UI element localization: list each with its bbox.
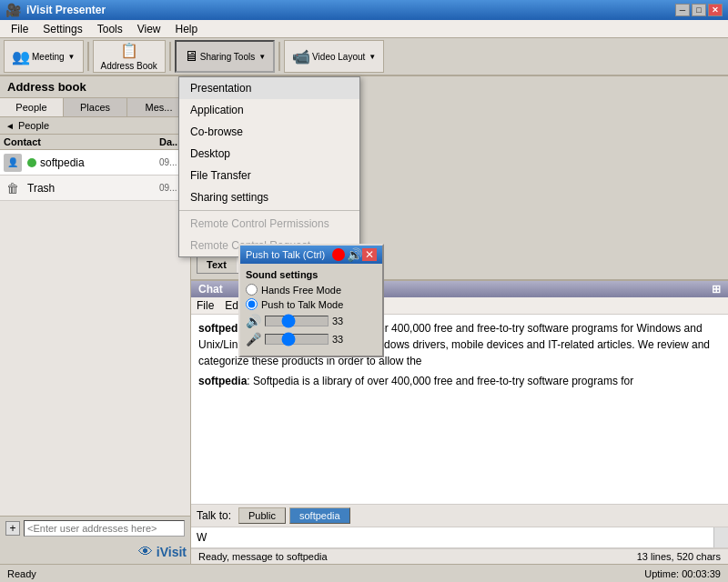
minimize-button[interactable]: ─ (675, 4, 690, 16)
contact-name-trash: Trash (27, 182, 159, 195)
mic-icon: 🎤 (246, 332, 261, 346)
chat-text-2: : Softpedia is a library of over 400,000… (247, 375, 633, 387)
menu-view[interactable]: View (130, 21, 168, 37)
left-spacer (0, 201, 190, 516)
ptt-popup: Push to Talk (Ctrl) 🔊 ✕ Sound settings H… (238, 244, 384, 357)
menu-item-remotecontrolperms: Remote Control Permissions (179, 213, 359, 235)
chat-status: Ready, message to softpedia 13 lines, 52… (191, 548, 728, 564)
chat-message-2: softpedia: Softpedia is a library of ove… (198, 373, 721, 389)
chat-status-left: Ready, message to softpedia (198, 551, 328, 562)
ptt-title: Push to Talk (Ctrl) (246, 249, 330, 260)
ptt-record-button[interactable] (332, 248, 345, 261)
meeting-dropdown-arrow: ▼ (68, 53, 76, 61)
speaker-value: 33 (332, 316, 343, 326)
talk-to-public[interactable]: Public (238, 507, 286, 524)
meeting-icon: 👥 (12, 48, 30, 65)
menu-item-cobrowse[interactable]: Co-browse (179, 121, 359, 143)
talk-to-softpedia[interactable]: softpedia (289, 507, 350, 524)
chat-title: Chat (198, 283, 223, 296)
ptt-radio-handsfree: Hands Free Mode (246, 284, 377, 296)
talk-to-row: Talk to: Public softpedia (191, 505, 728, 527)
ptt-radio-pushtotalk: Push to Talk Mode (246, 298, 377, 310)
contact-row-trash[interactable]: 🗑 Trash 09... (0, 176, 190, 201)
speaker-slider[interactable] (265, 316, 329, 326)
sharing-dropdown-arrow: ▼ (258, 53, 266, 61)
titlebar: 🎥 iVisit Presenter ─ □ ✕ (0, 0, 728, 20)
toolbar-separator-3 (278, 42, 280, 71)
mic-slider[interactable] (265, 334, 329, 345)
contact-status-online (27, 158, 36, 167)
ptt-content: Sound settings Hands Free Mode Push to T… (240, 264, 382, 356)
tab-row: People Places Mes... (0, 98, 190, 117)
eye-icon: 👁 (138, 544, 153, 560)
chat-status-right: 13 lines, 520 chars (637, 551, 721, 562)
contact-avatar-softpedia: 👤 (4, 154, 22, 172)
videolayout-icon: 📹 (292, 48, 310, 65)
contact-name-softpedia: softpedia (40, 156, 159, 169)
trash-icon: 🗑 (4, 179, 22, 197)
menu-item-application[interactable]: Application (179, 99, 359, 121)
chat-menu-file[interactable]: File (197, 299, 214, 312)
ptt-section-title: Sound settings (246, 269, 377, 280)
mic-slider-row: 🎤 33 (246, 332, 377, 346)
chat-scrollbar[interactable] (713, 527, 728, 547)
label-handsfree: Hands Free Mode (261, 285, 341, 296)
radio-handsfree[interactable] (246, 284, 258, 296)
chat-bottom: Talk to: Public softpedia Ready, message… (191, 504, 728, 564)
app-title: iVisit Presenter (26, 4, 675, 16)
videolayout-dropdown-arrow: ▼ (369, 53, 376, 61)
chat-input-row (191, 527, 728, 548)
ivisit-brand: 👁 iVisit (0, 540, 190, 564)
close-button[interactable]: ✕ (708, 4, 723, 16)
status-left: Ready (7, 568, 36, 579)
column-contact: Contact (4, 136, 159, 147)
toolbar-separator-1 (87, 42, 89, 71)
radio-pushtotalk[interactable] (246, 298, 258, 310)
maximize-button[interactable]: □ (692, 4, 706, 16)
ptt-speaker-icon[interactable]: 🔊 (347, 247, 362, 262)
menu-help[interactable]: Help (168, 21, 206, 37)
addressbook-button[interactable]: 📋 Address Book (93, 40, 166, 73)
menu-item-presentation[interactable]: Presentation (179, 77, 359, 99)
contact-table-header: Contact Da... (0, 135, 190, 150)
menu-item-desktop[interactable]: Desktop (179, 143, 359, 165)
breadcrumb-text: People (18, 120, 49, 131)
sharingtools-icon: 🖥 (184, 48, 198, 65)
left-panel: Address book People Places Mes... ◄ Peop… (0, 76, 191, 564)
ptt-titlebar: Push to Talk (Ctrl) 🔊 ✕ (240, 246, 382, 264)
add-user-button[interactable]: + (5, 521, 20, 536)
addressbook-icon: 📋 (120, 42, 138, 59)
status-right: Uptime: 00:03:39 (644, 568, 721, 579)
menu-item-filetransfer[interactable]: File Transfer (179, 165, 359, 186)
meeting-button[interactable]: 👥 Meeting ▼ (4, 40, 84, 73)
window-controls: ─ □ ✕ (675, 4, 723, 16)
mic-value: 33 (332, 334, 343, 345)
breadcrumb-arrow: ◄ (5, 121, 15, 131)
chat-expand-icon: ⊞ (712, 283, 721, 296)
menubar: File Settings Tools View Help (0, 20, 728, 38)
ptt-close-button[interactable]: ✕ (362, 248, 377, 261)
app-icon: 🎥 (5, 3, 21, 17)
chat-sender-2: softpedia (198, 375, 247, 387)
toolbar: 👥 Meeting ▼ 📋 Address Book 🖥 Sharing Too… (0, 38, 728, 76)
sharing-dropdown-menu: Presentation Application Co-browse Deskt… (178, 76, 360, 257)
tab-text[interactable]: Text (197, 256, 237, 273)
contact-row-softpedia[interactable]: 👤 softpedia 09... (0, 150, 190, 176)
menu-item-sharingsettings[interactable]: Sharing settings (179, 186, 359, 208)
add-user-input[interactable] (24, 520, 185, 537)
menu-tools[interactable]: Tools (90, 21, 130, 37)
menu-file[interactable]: File (4, 21, 35, 37)
statusbar: Ready Uptime: 00:03:39 (0, 564, 728, 582)
toolbar-separator-2 (169, 42, 171, 71)
breadcrumb: ◄ People (0, 117, 190, 135)
videolayout-button[interactable]: 📹 Video Layout ▼ (284, 40, 384, 73)
menu-settings[interactable]: Settings (35, 21, 89, 37)
sharingtools-button[interactable]: 🖥 Sharing Tools ▼ (175, 40, 275, 73)
menu-divider (179, 210, 359, 211)
panel-title: Address book (0, 76, 190, 98)
chat-input[interactable] (191, 527, 713, 547)
tab-places[interactable]: Places (64, 98, 127, 116)
label-pushtotalk: Push to Talk Mode (261, 299, 343, 310)
tab-people[interactable]: People (0, 98, 64, 116)
ivisit-logo: iVisit (157, 545, 187, 559)
